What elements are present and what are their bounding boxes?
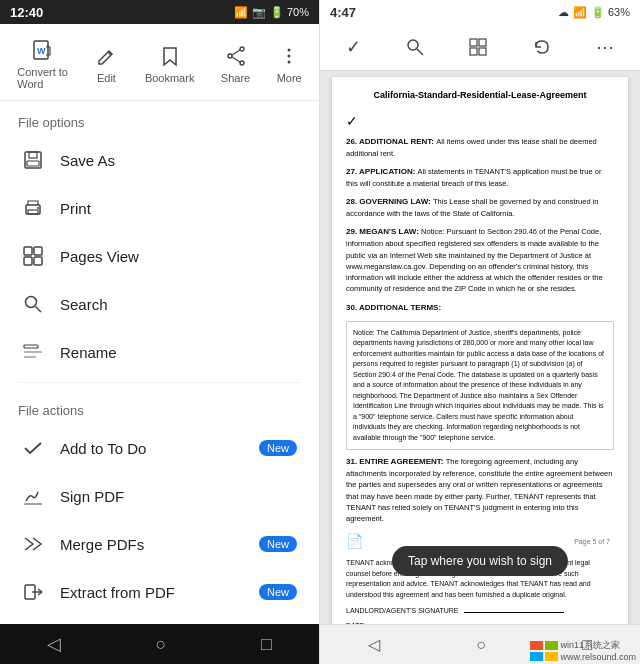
pdf-search-button[interactable] xyxy=(397,33,433,61)
bookmark-button[interactable]: Bookmark xyxy=(139,40,201,88)
brand-logo xyxy=(530,641,558,661)
svg-rect-24 xyxy=(24,345,38,348)
sign-toast: Tap where you wish to sign xyxy=(392,546,568,576)
extract-icon xyxy=(22,581,44,603)
recent-button[interactable]: □ xyxy=(247,628,286,661)
extract-from-pdf-label: Extract from PDF xyxy=(60,584,243,601)
svg-rect-39 xyxy=(545,641,558,650)
home-button[interactable]: ○ xyxy=(142,628,181,661)
more-label: More xyxy=(277,72,302,84)
convert-icon: W xyxy=(31,38,55,62)
svg-rect-21 xyxy=(34,257,42,265)
save-as-label: Save As xyxy=(60,152,297,169)
pdf-page: California-Standard-Residential-Lease-Ag… xyxy=(332,77,628,624)
edit-button[interactable]: Edit xyxy=(88,40,124,88)
print-icon xyxy=(22,197,44,219)
pages-view-label: Pages View xyxy=(60,248,297,265)
svg-rect-13 xyxy=(29,152,37,158)
share-icon xyxy=(224,44,248,68)
right-back-button[interactable]: ◁ xyxy=(356,629,392,660)
svg-rect-25 xyxy=(24,351,42,353)
search-label: Search xyxy=(60,296,297,313)
svg-rect-14 xyxy=(27,161,39,166)
svg-point-6 xyxy=(228,54,232,58)
svg-rect-38 xyxy=(530,641,543,650)
back-button[interactable]: ◁ xyxy=(33,627,75,661)
right-toolbar: ✓ ⋯ xyxy=(320,24,640,71)
bookmark-label: Bookmark xyxy=(145,72,195,84)
svg-rect-20 xyxy=(24,257,32,265)
edit-label: Edit xyxy=(97,72,116,84)
landlord-sig-label: LANDLORD/AGENT'S SIGNATURE xyxy=(346,607,458,614)
camera-icon: 📷 xyxy=(252,6,266,19)
pages-view-icon xyxy=(22,245,44,267)
landlord-sig-block: LANDLORD/AGENT'S SIGNATURE xyxy=(346,606,614,617)
svg-rect-19 xyxy=(34,247,42,255)
pdf-section-27: 27. APPLICATION: All statements in TENAN… xyxy=(346,166,614,189)
overflow-button[interactable]: ⋯ xyxy=(588,32,622,62)
merge-pdfs-item[interactable]: Merge PDFs New xyxy=(4,520,315,568)
cloud-icon: ☁ xyxy=(558,6,569,19)
svg-rect-18 xyxy=(24,247,32,255)
search-icon xyxy=(22,293,44,315)
convert-to-word-button[interactable]: W Convert toWord xyxy=(11,34,74,94)
svg-point-22 xyxy=(26,297,37,308)
pdf-section-28: 28. GOVERNING LAW: This Lease shall be g… xyxy=(346,196,614,219)
svg-rect-37 xyxy=(479,48,486,55)
right-panel: 4:47 ☁ 📶 🔋 63% ✓ xyxy=(320,0,640,664)
edit-icon xyxy=(94,44,118,68)
convert-label: Convert toWord xyxy=(17,66,68,90)
right-signal-icon: 📶 xyxy=(573,6,587,19)
branding: win11系统之家www.relsound.com xyxy=(530,639,636,662)
svg-point-4 xyxy=(240,47,244,51)
pdf-notice-box: Notice: The California Department of Jus… xyxy=(346,321,614,451)
merge-pdfs-badge: New xyxy=(259,536,297,552)
print-label: Print xyxy=(60,200,297,217)
right-nav-bar: ◁ ○ □ win11系统之家www.relsound.com xyxy=(320,624,640,664)
merge-icon xyxy=(22,533,44,555)
pdf-title: California-Standard-Residential-Lease-Ag… xyxy=(346,89,614,103)
bookmark-icon xyxy=(158,44,182,68)
save-as-item[interactable]: Save As xyxy=(4,136,315,184)
print-item[interactable]: Print xyxy=(4,184,315,232)
pdf-section-30: 30. ADDITIONAL TERMS: xyxy=(346,302,614,314)
grid-button[interactable] xyxy=(460,33,496,61)
svg-point-10 xyxy=(288,55,291,58)
merge-pdfs-label: Merge PDFs xyxy=(60,536,243,553)
sign-pdf-item[interactable]: Sign PDF xyxy=(4,472,315,520)
rename-label: Rename xyxy=(60,344,297,361)
svg-point-9 xyxy=(288,49,291,52)
undo-button[interactable] xyxy=(524,33,560,61)
signal-icon: 📶 xyxy=(234,6,248,19)
pdf-content[interactable]: California-Standard-Residential-Lease-Ag… xyxy=(320,71,640,624)
file-options-header: File options xyxy=(0,101,319,136)
pages-view-item[interactable]: Pages View xyxy=(4,232,315,280)
right-status-bar: 4:47 ☁ 📶 🔋 63% xyxy=(320,0,640,24)
file-actions-header: File actions xyxy=(0,389,319,424)
pdf-checkmark: ✓ xyxy=(346,111,614,132)
more-button[interactable]: More xyxy=(271,40,308,88)
share-button[interactable]: Share xyxy=(215,40,256,88)
svg-rect-40 xyxy=(530,652,543,661)
right-battery-icon: 🔋 63% xyxy=(591,6,630,19)
add-to-todo-item[interactable]: Add to To Do New xyxy=(4,424,315,472)
search-item[interactable]: Search xyxy=(4,280,315,328)
right-home-button[interactable]: ○ xyxy=(464,630,498,660)
rename-item[interactable]: Rename xyxy=(4,328,315,376)
extract-from-pdf-item[interactable]: Extract from PDF New xyxy=(4,568,315,616)
svg-line-8 xyxy=(232,57,240,62)
svg-line-33 xyxy=(417,49,423,55)
left-status-bar: 12:40 📶 📷 🔋 70% xyxy=(0,0,319,24)
svg-line-7 xyxy=(232,50,240,55)
checkmark-button[interactable]: ✓ xyxy=(338,32,369,62)
landlord-sig-line xyxy=(464,612,564,613)
todo-icon xyxy=(22,437,44,459)
add-to-todo-badge: New xyxy=(259,440,297,456)
add-to-todo-label: Add to To Do xyxy=(60,440,243,457)
svg-point-17 xyxy=(37,207,39,209)
save-as-icon xyxy=(22,149,44,171)
svg-rect-26 xyxy=(24,356,36,358)
pdf-section-31: 31. ENTIRE AGREEMENT: The foregoing agre… xyxy=(346,456,614,524)
sign-pdf-label: Sign PDF xyxy=(60,488,297,505)
brand-text: win11系统之家www.relsound.com xyxy=(560,639,636,662)
